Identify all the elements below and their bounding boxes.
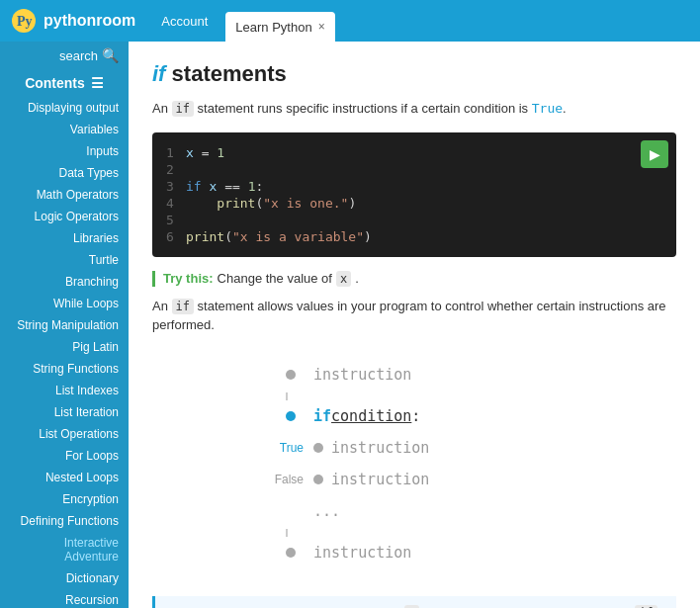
code-text-6: print("x is a variable") xyxy=(186,229,372,244)
code-text-4: print("x is one.") xyxy=(186,196,356,211)
diag-dot-1 xyxy=(286,370,296,380)
sidebar-item-list-indexes[interactable]: List Indexes xyxy=(0,380,129,401)
sidebar-item-inputs[interactable]: Inputs xyxy=(0,140,129,162)
diagram: instruction if condition : xyxy=(152,351,676,580)
account-link[interactable]: Account xyxy=(153,10,216,33)
diag-dot-if xyxy=(286,411,296,421)
desc-keyword: if xyxy=(172,101,194,117)
sidebar-item-logic-operators[interactable]: Logic Operators xyxy=(0,206,129,227)
sidebar: search 🔍 Contents ☰ Displaying output Va… xyxy=(0,42,129,608)
sidebar-item-branching[interactable]: Branching xyxy=(0,271,129,293)
search-icon[interactable]: 🔍 xyxy=(102,47,119,63)
note-box: Note: After the statement, there is a co… xyxy=(152,596,676,609)
logo-text: pythonroom xyxy=(44,12,135,30)
sidebar-item-defining-functions[interactable]: Defining Functions xyxy=(0,510,129,532)
diagram-inner: instruction if condition : xyxy=(266,361,563,570)
python-logo-icon: Py xyxy=(10,7,38,35)
code-line-3: 3 if x == 1: xyxy=(152,178,676,195)
main-layout: search 🔍 Contents ☰ Displaying output Va… xyxy=(0,42,700,608)
try-this-label: Try this: xyxy=(163,271,214,286)
sidebar-contents-header: Contents ☰ xyxy=(0,69,129,97)
note-if-code: if xyxy=(635,605,656,609)
line-num-4: 4 xyxy=(166,196,186,211)
code-line-1: 1 x = 1 xyxy=(152,144,676,161)
code-text-3: if x == 1: xyxy=(186,179,263,194)
sidebar-item-string-functions[interactable]: String Functions xyxy=(0,358,129,380)
contents-label: Contents xyxy=(25,75,85,91)
line-num-3: 3 xyxy=(166,179,186,194)
diag-text-1: instruction xyxy=(313,366,411,384)
sidebar-search[interactable]: search 🔍 xyxy=(0,42,129,69)
logo: Py pythonroom xyxy=(10,7,135,35)
sidebar-item-list-iteration[interactable]: List Iteration xyxy=(0,401,129,423)
note-colon-code: : xyxy=(404,605,419,609)
sidebar-item-turtle[interactable]: Turtle xyxy=(0,249,129,271)
info-paragraph: An if statement allows values in your pr… xyxy=(152,297,676,335)
try-this-period: . xyxy=(355,271,359,286)
learn-python-tab[interactable]: Learn Python × xyxy=(225,12,334,42)
diag-dots: ... xyxy=(313,502,340,520)
line-num-1: 1 xyxy=(166,145,186,160)
line-num-5: 5 xyxy=(166,213,186,227)
diag-row-dots: ... xyxy=(266,497,563,525)
try-this-text: Change the value of xyxy=(218,271,332,286)
run-button[interactable]: ▶ xyxy=(641,140,668,168)
diag-row-1: instruction xyxy=(266,361,563,389)
code-text-1: x = 1 xyxy=(186,145,224,160)
diag-dot-false xyxy=(313,475,323,484)
content-area: if statements An if statement runs speci… xyxy=(129,42,700,608)
diag-dot-true xyxy=(313,443,323,453)
sidebar-item-math-operators[interactable]: Math Operators xyxy=(0,184,129,206)
code-line-5: 5 xyxy=(152,212,676,228)
info-keyword: if xyxy=(172,299,194,314)
close-tab-icon[interactable]: × xyxy=(318,20,325,34)
sidebar-item-libraries[interactable]: Libraries xyxy=(0,227,129,249)
code-text-5 xyxy=(186,213,194,227)
diag-dot-last xyxy=(286,548,296,558)
desc-true: True xyxy=(532,101,563,116)
sidebar-item-for-loops[interactable]: For Loops xyxy=(0,445,129,467)
sidebar-item-while-loops[interactable]: While Loops xyxy=(0,293,129,314)
try-this: Try this: Change the value of x . xyxy=(152,271,676,287)
sidebar-item-pig-latin[interactable]: Pig Latin xyxy=(0,336,129,358)
sidebar-item-string-manipulation[interactable]: String Manipulation xyxy=(0,314,129,336)
sidebar-item-displaying-output[interactable]: Displaying output xyxy=(0,97,129,119)
diag-condition: condition xyxy=(331,407,411,425)
hamburger-icon: ☰ xyxy=(91,75,104,91)
diag-colon: : xyxy=(411,407,420,425)
sidebar-item-variables[interactable]: Variables xyxy=(0,119,129,140)
sidebar-item-dictionary[interactable]: Dictionary xyxy=(0,567,129,589)
code-text-2 xyxy=(186,162,194,177)
line-num-6: 6 xyxy=(166,229,186,244)
title-keyword: if xyxy=(152,61,165,86)
diag-row-false: False instruction xyxy=(266,466,563,493)
sidebar-item-nested-loops[interactable]: Nested Loops xyxy=(0,467,129,488)
diag-row-if: if condition : xyxy=(266,402,563,430)
code-line-2: 2 xyxy=(152,161,676,178)
page-title: if statements xyxy=(152,61,676,87)
svg-text:Py: Py xyxy=(17,14,33,29)
diag-row-last: instruction xyxy=(266,539,563,566)
diag-text-false: instruction xyxy=(331,471,429,488)
sidebar-item-interactive-adventure[interactable]: Interactive Adventure xyxy=(0,532,129,567)
code-block: ▶ 1 x = 1 2 3 if x == 1: xyxy=(152,132,676,257)
tab-label: Learn Python xyxy=(235,20,311,35)
description: An if statement runs specific instructio… xyxy=(152,99,676,119)
code-line-4: 4 print("x is one.") xyxy=(152,195,676,212)
sidebar-item-list-operations[interactable]: List Operations xyxy=(0,423,129,445)
diag-text-true: instruction xyxy=(331,439,429,457)
search-label: search xyxy=(59,48,98,63)
sidebar-item-data-types[interactable]: Data Types xyxy=(0,162,129,184)
diag-if-keyword: if xyxy=(313,407,331,425)
sidebar-item-encryption[interactable]: Encryption xyxy=(0,488,129,510)
code-line-6: 6 print("x is a variable") xyxy=(152,228,676,245)
sidebar-item-recursion[interactable]: Recursion xyxy=(0,589,129,608)
diag-row-true: True instruction xyxy=(266,434,563,462)
title-rest: statements xyxy=(172,61,287,86)
line-num-2: 2 xyxy=(166,162,186,177)
diag-text-last: instruction xyxy=(313,544,411,562)
top-bar: Py pythonroom Account Learn Python × xyxy=(0,0,700,42)
try-this-code: x xyxy=(336,271,351,287)
